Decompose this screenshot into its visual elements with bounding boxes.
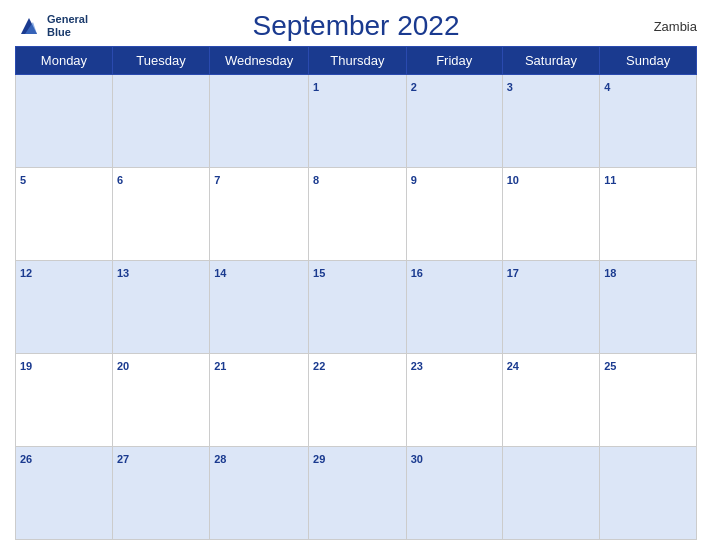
country-label: Zambia <box>654 19 697 34</box>
day-number: 27 <box>117 453 129 465</box>
weekday-header-wednesday: Wednesday <box>210 47 309 75</box>
day-number: 10 <box>507 174 519 186</box>
calendar-header: General Blue September 2022 Zambia <box>15 10 697 42</box>
calendar-cell: 13 <box>112 261 209 354</box>
calendar-cell: 23 <box>406 354 502 447</box>
day-number: 7 <box>214 174 220 186</box>
day-number: 18 <box>604 267 616 279</box>
calendar-week-row: 1234 <box>16 75 697 168</box>
day-number: 24 <box>507 360 519 372</box>
calendar-cell: 1 <box>309 75 407 168</box>
day-number: 5 <box>20 174 26 186</box>
day-number: 20 <box>117 360 129 372</box>
day-number: 28 <box>214 453 226 465</box>
logo-text: General Blue <box>47 13 88 39</box>
calendar-cell: 3 <box>502 75 599 168</box>
calendar-cell: 29 <box>309 447 407 540</box>
calendar-cell: 21 <box>210 354 309 447</box>
calendar-cell: 17 <box>502 261 599 354</box>
day-number: 9 <box>411 174 417 186</box>
day-number: 6 <box>117 174 123 186</box>
calendar-cell: 18 <box>600 261 697 354</box>
calendar-cell <box>502 447 599 540</box>
day-number: 17 <box>507 267 519 279</box>
day-number: 4 <box>604 81 610 93</box>
weekday-header-monday: Monday <box>16 47 113 75</box>
day-number: 3 <box>507 81 513 93</box>
day-number: 22 <box>313 360 325 372</box>
weekday-header-friday: Friday <box>406 47 502 75</box>
day-number: 30 <box>411 453 423 465</box>
calendar-week-row: 2627282930 <box>16 447 697 540</box>
day-number: 25 <box>604 360 616 372</box>
calendar-cell: 15 <box>309 261 407 354</box>
calendar-cell: 4 <box>600 75 697 168</box>
calendar-title: September 2022 <box>252 10 459 42</box>
calendar-week-row: 19202122232425 <box>16 354 697 447</box>
calendar-cell: 20 <box>112 354 209 447</box>
calendar-week-row: 567891011 <box>16 168 697 261</box>
calendar-cell: 12 <box>16 261 113 354</box>
calendar-cell: 26 <box>16 447 113 540</box>
calendar-cell: 19 <box>16 354 113 447</box>
calendar-cell: 30 <box>406 447 502 540</box>
day-number: 8 <box>313 174 319 186</box>
calendar-cell: 6 <box>112 168 209 261</box>
logo: General Blue <box>15 12 88 40</box>
calendar-cell <box>600 447 697 540</box>
day-number: 16 <box>411 267 423 279</box>
calendar-cell <box>16 75 113 168</box>
day-number: 1 <box>313 81 319 93</box>
day-number: 21 <box>214 360 226 372</box>
calendar-cell: 5 <box>16 168 113 261</box>
day-number: 26 <box>20 453 32 465</box>
weekday-header-tuesday: Tuesday <box>112 47 209 75</box>
calendar-cell: 24 <box>502 354 599 447</box>
day-number: 13 <box>117 267 129 279</box>
calendar-cell: 25 <box>600 354 697 447</box>
calendar-cell: 28 <box>210 447 309 540</box>
day-number: 12 <box>20 267 32 279</box>
calendar-cell: 14 <box>210 261 309 354</box>
calendar-cell: 16 <box>406 261 502 354</box>
calendar-cell: 2 <box>406 75 502 168</box>
calendar-cell: 7 <box>210 168 309 261</box>
calendar-cell: 8 <box>309 168 407 261</box>
weekday-header-saturday: Saturday <box>502 47 599 75</box>
day-number: 14 <box>214 267 226 279</box>
weekday-header-thursday: Thursday <box>309 47 407 75</box>
calendar-cell: 11 <box>600 168 697 261</box>
day-number: 19 <box>20 360 32 372</box>
calendar-cell: 27 <box>112 447 209 540</box>
calendar-cell <box>210 75 309 168</box>
calendar-week-row: 12131415161718 <box>16 261 697 354</box>
calendar-cell: 10 <box>502 168 599 261</box>
day-number: 23 <box>411 360 423 372</box>
calendar-cell: 22 <box>309 354 407 447</box>
generalblue-logo-icon <box>15 12 43 40</box>
day-number: 15 <box>313 267 325 279</box>
day-number: 29 <box>313 453 325 465</box>
day-number: 11 <box>604 174 616 186</box>
calendar-table: MondayTuesdayWednesdayThursdayFridaySatu… <box>15 46 697 540</box>
calendar-cell <box>112 75 209 168</box>
weekday-header-sunday: Sunday <box>600 47 697 75</box>
calendar-cell: 9 <box>406 168 502 261</box>
weekday-header-row: MondayTuesdayWednesdayThursdayFridaySatu… <box>16 47 697 75</box>
day-number: 2 <box>411 81 417 93</box>
